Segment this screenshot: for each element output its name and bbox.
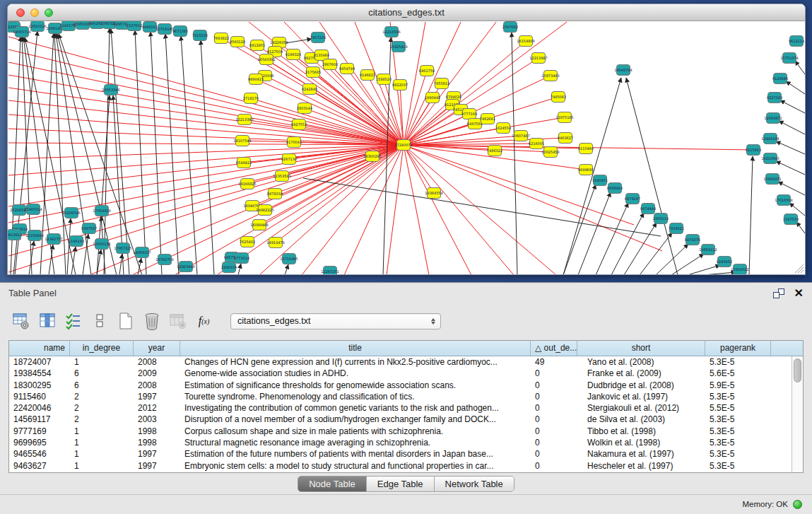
graph-node[interactable]: 9227343 — [767, 93, 782, 103]
network-svg[interactable]: 8225614140557141261021622691406114317561… — [8, 21, 805, 274]
graph-node[interactable]: 16648794 — [614, 65, 632, 76]
table-row[interactable]: 946554611997Estimation of the future num… — [9, 448, 792, 460]
column-header-in_degree[interactable]: in_degree — [70, 341, 134, 356]
graph-node[interactable]: 14914479 — [266, 238, 284, 248]
graph-node[interactable]: 12444194 — [761, 134, 779, 144]
graph-node[interactable]: 1588520 — [376, 74, 392, 85]
close-window-button[interactable] — [16, 8, 25, 17]
graph-node[interactable]: 14982225 — [256, 205, 273, 216]
graph-node[interactable]: 9777169 — [461, 109, 477, 119]
graph-node[interactable]: 16543392 — [257, 54, 275, 65]
graph-node[interactable]: 2087682 — [502, 22, 518, 33]
graph-node[interactable]: 12342757 — [45, 234, 62, 245]
graph-node[interactable]: 12975185 — [555, 112, 573, 123]
select-rows-icon[interactable] — [64, 312, 83, 331]
graph-node[interactable]: 17240071 — [394, 140, 412, 151]
table-row[interactable]: 1872400712008Changes of HCN gene express… — [9, 356, 792, 368]
graph-node[interactable]: 12505135 — [93, 239, 110, 250]
graph-node[interactable]: 1624554 — [495, 123, 511, 134]
float-panel-icon[interactable] — [773, 288, 784, 298]
graph-node[interactable]: 12610216 — [28, 21, 46, 32]
graph-node[interactable]: 8471676 — [685, 235, 700, 245]
graph-node[interactable]: 20053346 — [102, 85, 119, 95]
table-row[interactable]: 969969511998Structural magnetic resonanc… — [9, 437, 792, 448]
graph-node[interactable]: 20206536 — [62, 208, 80, 218]
graph-node[interactable]: 4170041 — [286, 137, 302, 148]
graph-node[interactable]: 12213383 — [235, 115, 253, 125]
graph-node[interactable]: 16782759 — [155, 255, 173, 265]
graph-node[interactable]: 2718170 — [243, 93, 259, 104]
network-view[interactable]: 8225614140557141261021622691406114317561… — [8, 21, 805, 274]
vertical-scrollbar[interactable] — [792, 356, 803, 472]
table-row[interactable]: 2242004622012Investigating the contribut… — [9, 402, 792, 414]
graph-node[interactable]: 8215953 — [746, 145, 761, 156]
graph-node[interactable]: 11156849 — [25, 230, 43, 241]
graph-node[interactable]: 9463627 — [558, 133, 573, 144]
column-visibility-icon[interactable] — [37, 312, 57, 331]
graph-node[interactable]: 9242848 — [302, 84, 317, 95]
graph-node[interactable]: 9671385 — [172, 26, 188, 37]
graph-node[interactable]: 8912955 — [249, 40, 265, 51]
graph-node[interactable]: 9397587 — [81, 223, 97, 234]
graph-node[interactable]: 6879197 — [625, 194, 640, 204]
graph-node[interactable]: 10954022 — [731, 264, 748, 275]
graph-node[interactable]: 10654112 — [699, 245, 717, 255]
graph-node[interactable]: 1527602 — [126, 21, 142, 31]
graph-node[interactable]: 9115460 — [578, 144, 594, 154]
zoom-window-button[interactable] — [45, 8, 53, 17]
table-row[interactable]: 946362711997Embryonic stem cells: a mode… — [9, 460, 792, 472]
graph-node[interactable]: 8938924 — [607, 183, 623, 194]
graph-node[interactable]: 10719195 — [155, 24, 173, 35]
graph-node[interactable]: 8427552 — [291, 119, 307, 130]
graph-node[interactable]: 9771614 — [234, 253, 249, 264]
column-header-out_de[interactable]: △ out_de... — [531, 341, 577, 356]
graph-node[interactable]: 12218596 — [382, 27, 400, 37]
graph-node[interactable]: 3175685 — [305, 67, 321, 78]
column-header-title[interactable]: title — [180, 341, 531, 356]
graph-node[interactable]: 1990448 — [425, 93, 440, 103]
delete-table-icon[interactable] — [168, 312, 187, 331]
function-icon[interactable]: f(x) — [194, 312, 213, 331]
graph-node[interactable]: 2867608 — [322, 59, 338, 70]
graph-node[interactable]: 6216005 — [529, 139, 544, 149]
graph-node[interactable]: 12923448 — [177, 262, 194, 272]
graph-node[interactable]: 7625402 — [240, 237, 255, 247]
graph-node[interactable]: 12353593 — [273, 171, 290, 182]
resize-grip[interactable] — [795, 264, 804, 273]
graph-node[interactable]: 18107544 — [233, 136, 251, 146]
graph-node[interactable]: 9245652 — [717, 257, 732, 267]
table-row[interactable]: 911546021997Tourette syndrome. Phenomeno… — [9, 391, 792, 402]
graph-node[interactable]: 9612114 — [789, 36, 804, 47]
graph-node[interactable]: 18300295 — [363, 151, 381, 162]
graph-node[interactable]: 7663822 — [213, 33, 229, 44]
graph-node[interactable]: 9129946 — [772, 74, 788, 84]
column-header-name[interactable]: name — [9, 341, 70, 356]
graph-node[interactable]: 6961758 — [419, 66, 435, 76]
graph-node[interactable]: 9146821 — [360, 70, 375, 81]
column-header-short[interactable]: short — [577, 341, 705, 356]
graph-node[interactable]: 10973493 — [541, 71, 559, 81]
graph-node[interactable]: 16154808 — [517, 36, 534, 47]
table-row[interactable]: 977716911998Corpus callosum shape and si… — [9, 426, 792, 437]
column-header-pagerank[interactable]: pagerank — [705, 341, 771, 356]
graph-node[interactable]: 12213987 — [529, 53, 547, 64]
graph-node[interactable]: 9560128 — [230, 37, 245, 47]
graph-node[interactable]: 16099489 — [250, 220, 268, 230]
graph-node[interactable]: 1640951 — [592, 175, 608, 186]
memory-status-indicator[interactable] — [793, 500, 802, 509]
graph-node[interactable]: 2933114 — [653, 214, 669, 224]
graph-node[interactable]: 7955812 — [434, 78, 449, 89]
delete-column-icon[interactable] — [142, 312, 161, 331]
tab-node-table[interactable]: Node Table — [298, 477, 367, 491]
graph-node[interactable]: 10607487 — [512, 131, 529, 141]
graph-node[interactable]: 7485063 — [551, 92, 566, 103]
graph-node[interactable]: 7915526 — [192, 30, 208, 41]
graph-node[interactable]: 8454749 — [339, 64, 355, 74]
new-column-icon[interactable] — [116, 312, 135, 331]
table-row[interactable]: 1456911722003Disruption of a novel membe… — [9, 414, 792, 425]
graph-node[interactable]: 16210643 — [761, 153, 779, 164]
graph-node[interactable]: 6549422 — [236, 158, 252, 168]
graph-node[interactable]: 12265251 — [321, 267, 339, 275]
graph-node[interactable]: 9699695 — [578, 165, 594, 175]
graph-node[interactable]: 13325419 — [389, 42, 407, 52]
